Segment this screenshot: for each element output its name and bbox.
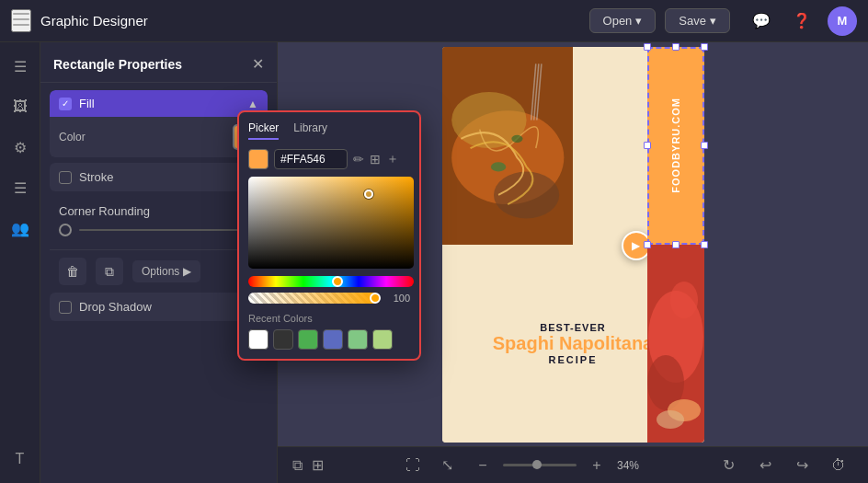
stroke-label: Stroke	[79, 170, 253, 184]
panel-close-button[interactable]: ✕	[252, 55, 264, 73]
undo-icon[interactable]: ↩	[750, 451, 780, 480]
main-area: ☰ 🖼 ⚙ ☰ 👥 T Rectangle Properties ✕ ✓ Fil…	[0, 42, 868, 483]
fill-chevron: ▲	[247, 98, 258, 110]
svg-rect-2	[13, 24, 29, 26]
alpha-row: 100	[248, 293, 410, 304]
fill-color-row: Color	[59, 124, 258, 150]
app-title: Graphic Designer	[40, 13, 580, 29]
message-icon[interactable]: 💬	[747, 6, 776, 36]
best-ever-text: BEST-EVER	[540, 322, 605, 333]
tab-picker[interactable]: Picker	[248, 121, 279, 140]
eyedropper-icon[interactable]: ✏	[353, 152, 364, 167]
hue-slider[interactable]	[248, 276, 414, 287]
color-label: Color	[59, 131, 225, 144]
cr-thumb[interactable]	[59, 224, 72, 236]
topbar-icons: 💬 ❓ M	[747, 6, 857, 36]
picker-color-swatch[interactable]	[248, 149, 268, 169]
add-icon[interactable]: ＋	[386, 151, 399, 167]
stroke-section: Stroke ▾	[50, 163, 268, 191]
food-image-2	[647, 245, 704, 443]
svg-point-11	[511, 134, 522, 142]
color-gradient[interactable]	[248, 177, 414, 269]
help-icon[interactable]: ❓	[787, 6, 817, 36]
cr-track	[79, 229, 258, 231]
alpha-value: 100	[384, 293, 410, 304]
open-button[interactable]: Open ▾	[589, 8, 657, 33]
stroke-checkbox[interactable]	[59, 171, 72, 184]
menu-icon[interactable]	[11, 9, 31, 32]
panel-header: Rectangle Properties ✕	[40, 42, 277, 83]
zoom-percent: 34%	[617, 459, 639, 472]
picker-tabs: Picker Library	[248, 121, 410, 140]
fill-section-header[interactable]: ✓ Fill ▲	[50, 90, 268, 117]
recent-color-2[interactable]	[273, 329, 293, 350]
recent-color-5[interactable]	[348, 329, 368, 350]
bottom-bar: ⧉ ⊞ ⛶ ⤡ − + 34% ↻ ↩ ↪ ⏱	[278, 446, 868, 483]
stroke-section-header[interactable]: Stroke ▾	[50, 163, 268, 191]
bb-right: ↻ ↩ ↪ ⏱	[714, 451, 853, 480]
recent-color-3[interactable]	[298, 329, 318, 350]
sidebar-settings-icon[interactable]: ⚙	[4, 131, 37, 164]
drop-shadow-checkbox[interactable]	[59, 301, 72, 314]
history-icon[interactable]: ⏱	[824, 451, 853, 480]
sidebar-list-icon[interactable]: ☰	[4, 171, 37, 204]
zoom-slider[interactable]	[503, 464, 577, 466]
icon-sidebar: ☰ 🖼 ⚙ ☰ 👥 T	[0, 42, 40, 483]
corner-rounding-section: Corner Rounding 0%	[50, 197, 268, 244]
drop-shadow-label: Drop Shadow	[79, 300, 253, 314]
design-wrapper: FOODBYRU.COM BEST-EVER Spaghi Napolitana…	[442, 47, 704, 443]
tab-library[interactable]: Library	[293, 121, 327, 140]
layers-icon[interactable]: ⧉	[292, 457, 303, 474]
zoom-thumb	[532, 460, 542, 469]
refresh-icon[interactable]: ↻	[714, 451, 743, 480]
cr-slider-row	[59, 224, 258, 236]
fit-screen-icon[interactable]: ⛶	[398, 451, 428, 480]
options-button[interactable]: Options ▶	[132, 260, 200, 282]
sidebar-users-icon[interactable]: 👥	[4, 212, 37, 245]
svg-point-17	[657, 410, 684, 429]
save-button[interactable]: Save ▾	[665, 8, 730, 33]
recent-colors	[248, 329, 410, 350]
bb-center: ⛶ ⤡ − + 34%	[398, 451, 639, 480]
food-image-1	[442, 47, 574, 245]
svg-rect-1	[13, 18, 29, 20]
drop-shadow-header[interactable]: Drop Shadow ▾	[50, 293, 268, 321]
alpha-slider[interactable]	[248, 293, 379, 304]
gradient-cursor	[364, 190, 373, 199]
color-picker-popup: Picker Library ✏ ⊞ ＋ 100 Recent Colors	[237, 110, 421, 361]
svg-point-10	[490, 162, 505, 171]
recent-color-6[interactable]	[372, 329, 393, 350]
zoom-in-icon[interactable]: +	[582, 451, 611, 480]
resize-icon[interactable]: ⤡	[433, 451, 463, 480]
cr-header: Corner Rounding 0%	[59, 204, 258, 218]
svg-rect-0	[13, 13, 29, 15]
recipe-text: RECIPE	[549, 354, 598, 365]
redo-icon[interactable]: ↪	[787, 451, 817, 480]
recent-color-1[interactable]	[248, 329, 268, 350]
picker-hex-row: ✏ ⊞ ＋	[248, 149, 410, 169]
duplicate-icon[interactable]: ⧉	[96, 258, 123, 285]
sidebar-image-icon[interactable]: 🖼	[4, 90, 37, 123]
recent-colors-label: Recent Colors	[248, 313, 410, 324]
recent-color-4[interactable]	[323, 329, 343, 350]
picker-hex-input[interactable]	[274, 149, 348, 169]
fill-label: Fill	[79, 97, 247, 110]
fill-section: ✓ Fill ▲ Color	[50, 90, 268, 157]
panel-title: Rectangle Properties	[53, 57, 182, 72]
topbar: Graphic Designer Open ▾ Save ▾ 💬 ❓ M	[0, 0, 868, 42]
svg-point-15	[670, 282, 698, 318]
trash-icon[interactable]: 🗑	[59, 258, 86, 285]
design-card: FOODBYRU.COM BEST-EVER Spaghi Napolitana…	[442, 47, 704, 443]
hue-slider-wrap	[248, 276, 410, 287]
avatar[interactable]: M	[828, 6, 857, 36]
sidebar-menu-icon[interactable]: ☰	[4, 50, 37, 83]
drop-shadow-section: Drop Shadow ▾	[50, 293, 268, 321]
fill-checkbox[interactable]: ✓	[59, 98, 72, 110]
zoom-out-icon[interactable]: −	[468, 451, 497, 480]
orange-rectangle[interactable]: FOODBYRU.COM	[647, 47, 704, 245]
sidebar-text-icon[interactable]: T	[4, 443, 37, 476]
grid-icon[interactable]: ⊞	[370, 152, 381, 167]
fill-section-body: Color	[50, 117, 268, 157]
spaghetti-text: Spaghi Napolitana	[493, 333, 653, 354]
grid-view-icon[interactable]: ⊞	[312, 456, 324, 474]
